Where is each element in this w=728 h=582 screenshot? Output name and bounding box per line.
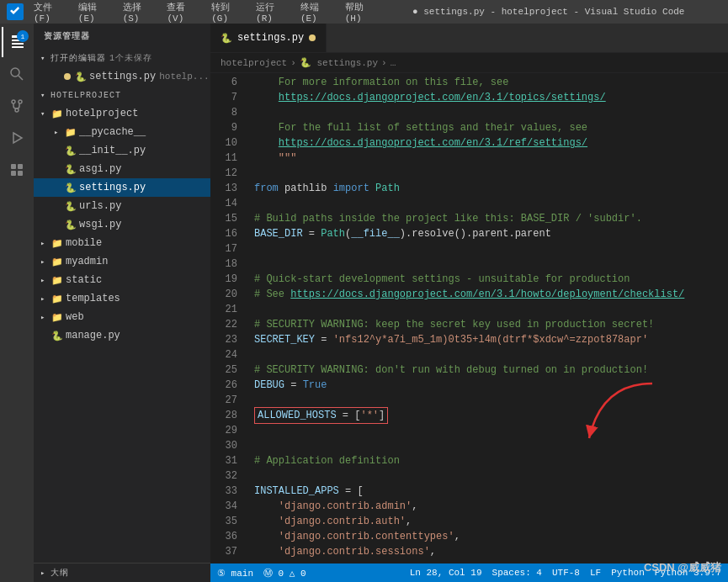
status-spaces[interactable]: Spaces: 4 <box>492 568 542 578</box>
line-number-9: 9 <box>210 120 237 135</box>
line-number-10: 10 <box>210 135 237 151</box>
py-icon: 🐍 <box>50 331 64 341</box>
unsaved-indicator <box>64 73 71 80</box>
tree-item-wsgipy[interactable]: 🐍wsgi.py <box>34 215 210 234</box>
line-number-26: 26 <box>210 378 237 393</box>
menu-select[interactable]: 选择(S) <box>120 0 154 25</box>
line-number-21: 21 <box>210 302 237 317</box>
status-language[interactable]: Python <box>611 568 645 578</box>
folder-icon: 📁 <box>50 108 64 119</box>
open-editor-path: hotelp... <box>159 71 209 82</box>
line-numbers: 6789101112131415161718192021222324252627… <box>210 73 244 563</box>
line-number-23: 23 <box>210 332 237 347</box>
line-number-27: 27 <box>210 393 237 408</box>
activity-search[interactable] <box>2 59 32 89</box>
line-number-17: 17 <box>210 241 237 257</box>
line-number-35: 35 <box>210 514 237 529</box>
tree-item-label: settings.py <box>79 182 146 193</box>
tree-item-label: __pycache__ <box>79 126 146 138</box>
code-line-35: 'django.contrib.auth', <box>254 514 728 529</box>
open-editor-settings[interactable]: 🐍 settings.py hotelp... <box>34 67 210 86</box>
tree-item-__pycache__[interactable]: ▸📁__pycache__ <box>34 123 210 141</box>
svg-rect-2 <box>12 43 24 45</box>
line-number-25: 25 <box>210 362 237 378</box>
activity-source-control[interactable] <box>2 91 32 121</box>
activity-explorer[interactable]: 1 <box>2 27 32 57</box>
tab-py-icon: 🐍 <box>221 33 232 44</box>
line-number-33: 33 <box>210 484 237 499</box>
breadcrumb-file[interactable]: 🐍 settings.py <box>300 57 378 68</box>
menu-goto[interactable]: 转到(G) <box>208 0 242 25</box>
tree-item-myadmin[interactable]: ▸📁myadmin <box>34 252 210 271</box>
py-icon: 🐍 <box>64 164 77 175</box>
menu-terminal[interactable]: 终端(E) <box>297 0 332 25</box>
svg-point-4 <box>11 68 19 77</box>
code-line-8 <box>254 105 728 120</box>
line-number-28: 28 <box>210 408 237 423</box>
code-line-18 <box>254 257 728 272</box>
svg-rect-13 <box>18 171 23 176</box>
code-line-12 <box>254 166 728 181</box>
line-number-19: 19 <box>210 272 237 287</box>
line-number-18: 18 <box>210 257 237 272</box>
svg-line-5 <box>19 76 23 80</box>
outline-header[interactable]: ▸ 大纲 <box>34 563 210 582</box>
activity-extensions[interactable] <box>2 155 32 185</box>
tree-item-label: templates <box>66 293 120 304</box>
code-editor[interactable]: 6789101112131415161718192021222324252627… <box>210 73 728 563</box>
tree-item-templates[interactable]: ▸📁templates <box>34 289 210 308</box>
menu-file[interactable]: 文件(F) <box>30 0 65 25</box>
menu-run[interactable]: 运行(R) <box>252 0 287 25</box>
tab-settings-py[interactable]: 🐍 settings.py <box>210 24 327 52</box>
line-number-22: 22 <box>210 317 237 332</box>
tree-item-static[interactable]: ▸📁static <box>34 271 210 289</box>
code-line-25: # SECURITY WARNING: don't run with debug… <box>254 362 728 378</box>
activity-debug[interactable] <box>2 123 32 153</box>
activity-badge: 1 <box>17 30 29 42</box>
code-line-14 <box>254 196 728 211</box>
tree-item-mobile[interactable]: ▸📁mobile <box>34 234 210 252</box>
code-line-7: https://docs.djangoproject.com/en/3.1/to… <box>254 90 728 105</box>
tree-item-settingspy[interactable]: 🐍settings.py <box>34 178 210 197</box>
folder-icon: 📁 <box>50 294 64 304</box>
line-number-24: 24 <box>210 347 237 362</box>
tree-item-web[interactable]: ▸📁web <box>34 308 210 326</box>
folder-chevron: ▸ <box>40 313 50 322</box>
line-number-34: 34 <box>210 499 237 514</box>
project-label: HOTELPROJECT <box>50 91 121 100</box>
project-section-header[interactable]: ▾ HOTELPROJECT <box>34 86 210 104</box>
code-area[interactable]: For more information on this file, see h… <box>244 73 728 563</box>
status-eol[interactable]: LF <box>590 568 601 578</box>
highlighted-allowed-hosts: ALLOWED_HOSTS = ['*'] <box>254 407 388 424</box>
status-encoding[interactable]: UTF-8 <box>552 568 580 578</box>
tree-item-asgipy[interactable]: 🐍asgi.py <box>34 160 210 178</box>
tree-item-urlspy[interactable]: 🐍urls.py <box>34 197 210 215</box>
status-errors[interactable]: Ⓜ 0 △ 0 <box>263 567 306 579</box>
code-line-11: """ <box>254 151 728 166</box>
tree-item-hotelproject[interactable]: ▾📁hotelproject <box>34 104 210 123</box>
line-number-8: 8 <box>210 105 237 120</box>
open-editors-chevron: ▾ <box>40 54 50 63</box>
folder-icon: 📁 <box>50 257 64 267</box>
tree-item-managepy[interactable]: 🐍manage.py <box>34 326 210 345</box>
folder-icon: 📁 <box>50 312 64 323</box>
breadcrumb: hotelproject › 🐍 settings.py › … <box>210 53 728 73</box>
open-editor-filename: settings.py <box>89 71 156 82</box>
status-line-col[interactable]: Ln 28, Col 19 <box>410 568 482 578</box>
svg-marker-9 <box>13 133 22 143</box>
open-editors-label: 打开的编辑器 <box>50 52 106 64</box>
menu-edit[interactable]: 编辑(E) <box>75 0 109 25</box>
project-chevron: ▾ <box>40 91 50 100</box>
code-line-23: SECRET_KEY = 'nfs12^y*a7i_m5_1m)0t35+l4m… <box>254 332 728 347</box>
svg-point-6 <box>12 100 15 103</box>
breadcrumb-project[interactable]: hotelproject <box>221 58 287 68</box>
menu-bar[interactable]: 文件(F) 编辑(E) 选择(S) 查看(V) 转到(G) 运行(R) 终端(E… <box>30 0 376 25</box>
status-branch[interactable]: ⑤ main <box>217 568 253 579</box>
tree-item-label: hotelproject <box>66 108 138 119</box>
open-editors-count: 1个未保存 <box>109 52 152 64</box>
menu-help[interactable]: 帮助(H) <box>342 0 376 25</box>
tree-item-__init__py[interactable]: 🐍__init__.py <box>34 141 210 160</box>
open-editors-section[interactable]: ▾ 打开的编辑器 1个未保存 <box>34 49 210 67</box>
menu-view[interactable]: 查看(V) <box>163 0 198 25</box>
tree-item-label: asgi.py <box>79 163 121 175</box>
